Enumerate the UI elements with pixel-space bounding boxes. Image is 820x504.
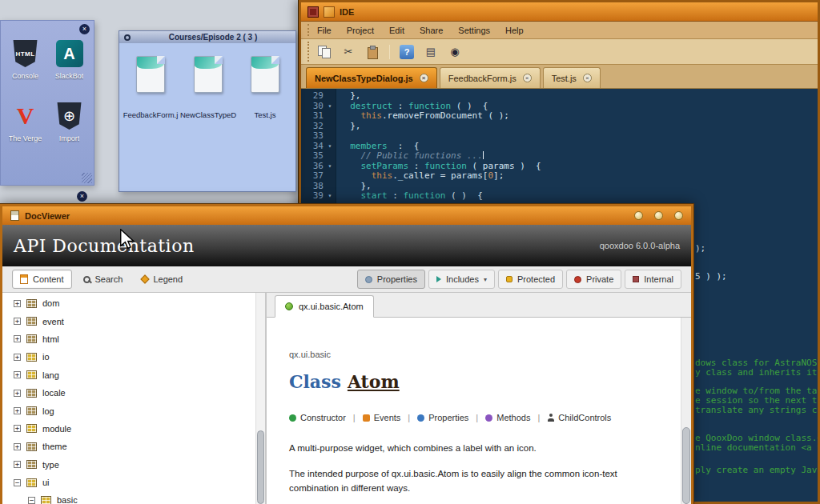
- protected-button[interactable]: Protected: [498, 270, 563, 289]
- button-label: Includes: [446, 274, 479, 284]
- code-segment: :: [392, 101, 408, 111]
- nav-link-constructor[interactable]: Constructor: [289, 413, 346, 422]
- close-button[interactable]: [674, 211, 683, 220]
- tree-expander-icon[interactable]: +: [14, 354, 21, 361]
- tree-item-html[interactable]: +html: [2, 330, 265, 348]
- nav-link-events[interactable]: Events: [363, 413, 401, 422]
- fold-marker-icon[interactable]: ▾: [324, 102, 336, 112]
- tree-expander-icon[interactable]: +: [14, 335, 21, 342]
- editor-tab[interactable]: Test.js×: [543, 67, 601, 88]
- gadget-close-icon[interactable]: ×: [79, 24, 90, 34]
- package-icon: [26, 424, 37, 433]
- tree-item-locale[interactable]: +locale: [2, 384, 265, 402]
- ide-titlebar[interactable]: IDE: [301, 2, 818, 22]
- menu-project[interactable]: Project: [347, 26, 374, 35]
- help-icon[interactable]: ?: [400, 45, 414, 59]
- tree-item-theme[interactable]: +theme: [2, 438, 265, 455]
- nav-link-methods[interactable]: Methods: [485, 413, 530, 422]
- tree-scrollbar[interactable]: [255, 293, 265, 504]
- tree-label: locale: [42, 388, 66, 398]
- includes-button[interactable]: Includes▾: [428, 270, 495, 289]
- code-line[interactable]: 39▾ start : function ( ) {: [301, 191, 818, 202]
- internal-button[interactable]: Internal: [625, 270, 681, 289]
- tab-close-icon[interactable]: ×: [420, 74, 428, 82]
- tree-label: basic: [57, 495, 78, 504]
- file-item[interactable]: NewClassTypeD: [182, 56, 235, 191]
- tree-expander-icon[interactable]: +: [14, 443, 21, 450]
- nav-link-childcontrols[interactable]: ChildControls: [547, 413, 611, 422]
- docviewer-toolbar: ContentSearchLegend PropertiesIncludes▾P…: [2, 266, 691, 293]
- menu-share[interactable]: Share: [420, 26, 443, 35]
- resize-grip-icon[interactable]: [82, 173, 92, 183]
- fold-marker-icon[interactable]: ▾: [324, 191, 336, 202]
- code-segment: : {: [388, 141, 420, 151]
- tree-item-event[interactable]: +event: [2, 312, 265, 330]
- content-scrollbar[interactable]: [681, 318, 691, 504]
- menu-settings[interactable]: Settings: [458, 26, 490, 35]
- tree-expander-icon[interactable]: +: [14, 390, 21, 397]
- docviewer-titlebar[interactable]: DocViewer: [2, 206, 691, 225]
- nav-link-properties[interactable]: Properties: [417, 413, 468, 422]
- tree-expander-icon[interactable]: +: [14, 300, 21, 307]
- content-button[interactable]: Content: [12, 270, 72, 289]
- tree-expander-icon[interactable]: −: [28, 497, 35, 504]
- code-line[interactable]: 31 this.removeFromDocument ( );: [301, 111, 818, 122]
- legend-button[interactable]: Legend: [134, 270, 191, 289]
- maximize-button[interactable]: [654, 211, 663, 220]
- tree-item-ui[interactable]: −ui: [2, 474, 265, 491]
- desktop-shortcut[interactable]: VThe Verge: [4, 102, 46, 163]
- package-icon: [41, 496, 51, 504]
- tree-item-io[interactable]: +io: [2, 348, 265, 366]
- desktop-shortcut[interactable]: HTMLConsole: [4, 40, 46, 101]
- copy-icon[interactable]: [317, 45, 332, 59]
- file-item[interactable]: Test.js: [239, 56, 291, 191]
- tree-item-type[interactable]: +type: [2, 456, 265, 474]
- tree-expander-icon[interactable]: +: [14, 318, 21, 325]
- tree-expander-icon[interactable]: +: [14, 407, 21, 414]
- tree-item-dom[interactable]: +dom: [2, 294, 265, 312]
- desktop-shortcut[interactable]: ⊕Import: [48, 102, 90, 163]
- fold-marker-icon[interactable]: ▾: [324, 162, 336, 172]
- tree-label: ui: [42, 478, 50, 487]
- file-icon: [136, 56, 165, 93]
- tree-expander-icon[interactable]: +: [14, 425, 21, 432]
- tree-item-basic[interactable]: −basic: [2, 491, 265, 504]
- search-button[interactable]: Search: [75, 270, 131, 289]
- tree-scrollbar-thumb[interactable]: [257, 430, 264, 504]
- tree-item-module[interactable]: +module: [2, 420, 265, 438]
- desktop-shortcut[interactable]: ASlackBot: [48, 40, 90, 101]
- eye-icon[interactable]: ◉: [448, 45, 462, 59]
- courses-titlebar[interactable]: Courses/Episode 2 ( 3 ): [119, 31, 295, 43]
- minimize-button[interactable]: [634, 211, 643, 220]
- content-scrollbar-thumb[interactable]: [682, 427, 690, 504]
- menu-help[interactable]: Help: [505, 26, 524, 35]
- code-line[interactable]: 32 },: [301, 122, 818, 132]
- file-name: NewClassTypeD: [180, 110, 236, 119]
- page-title: API Documentation: [14, 236, 600, 256]
- editor-tab[interactable]: FeedbackForm.js×: [440, 67, 541, 88]
- properties-button[interactable]: Properties: [357, 270, 425, 289]
- menubar-grip[interactable]: [308, 24, 311, 36]
- gadget-close-icon-2[interactable]: ×: [77, 191, 87, 202]
- tree-expander-icon[interactable]: −: [14, 479, 21, 486]
- file-item[interactable]: FeedbackForm.j: [124, 56, 177, 191]
- tab-close-icon[interactable]: ×: [583, 74, 592, 82]
- private-button[interactable]: Private: [566, 270, 621, 289]
- tree-expander-icon[interactable]: +: [14, 461, 21, 468]
- toolbar-grip[interactable]: [308, 42, 311, 62]
- cut-icon[interactable]: ✂: [341, 45, 356, 59]
- class-keyword: Class: [289, 371, 341, 392]
- menu-edit[interactable]: Edit: [389, 26, 404, 35]
- tree-expander-icon[interactable]: +: [14, 371, 21, 378]
- editor-tab[interactable]: NewClassTypeDialog.js×: [306, 67, 437, 88]
- tab-qx-ui-basic-atom[interactable]: qx.ui.basic.Atom: [275, 295, 374, 318]
- code-fragment: translate any strings crea: [695, 405, 818, 415]
- code-line[interactable]: 37 this._caller = params[0];: [301, 171, 818, 182]
- tree-item-log[interactable]: +log: [2, 402, 265, 419]
- docs-icon[interactable]: ▤: [424, 45, 438, 59]
- menu-file[interactable]: File: [317, 26, 332, 35]
- tab-close-icon[interactable]: ×: [523, 74, 532, 82]
- fold-marker-icon[interactable]: ▾: [324, 142, 336, 152]
- paste-icon[interactable]: [365, 45, 380, 59]
- tree-item-lang[interactable]: +lang: [2, 366, 265, 384]
